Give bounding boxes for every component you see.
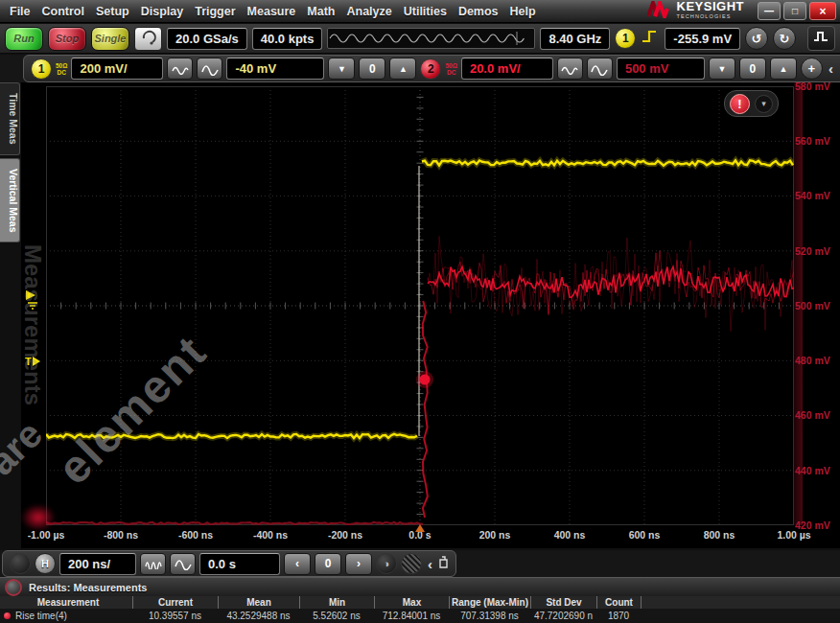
waveform-tool-button[interactable] <box>807 26 835 51</box>
time-label: 400 ns <box>554 529 586 541</box>
menu-setup[interactable]: Setup <box>90 5 135 18</box>
status-indicator-pill[interactable]: ! ▾ <box>724 90 779 117</box>
undo-button[interactable]: ↺ <box>745 27 768 50</box>
collapse-arrow-icon[interactable]: ‹ <box>827 60 835 77</box>
channel2-scale-display[interactable]: 20.0 mV/ <box>461 58 553 80</box>
channel1-coupling[interactable]: 50Ω DC <box>56 62 67 76</box>
channel1-ground-marker[interactable] <box>25 289 40 313</box>
touch-button[interactable] <box>134 27 162 51</box>
waveform-grid[interactable] <box>46 86 794 525</box>
measurement-count: 1870 <box>596 609 641 623</box>
sample-rate-display[interactable]: 20.0 GSa/s <box>167 28 247 50</box>
channel1-offset-zero-button[interactable]: 0 <box>359 58 385 80</box>
position-left-button[interactable]: ‹ <box>284 553 311 575</box>
segmented-memory-icon[interactable] <box>401 553 422 574</box>
trigger-level-display[interactable]: -255.9 mV <box>665 28 740 50</box>
menu-help[interactable]: Help <box>504 5 542 18</box>
add-channel-button[interactable]: + <box>801 58 823 80</box>
restore-button[interactable]: □ <box>783 2 806 20</box>
position-right-button[interactable]: › <box>345 553 372 575</box>
timebase-scale-display[interactable]: 200 ns/ <box>59 553 136 575</box>
redo-button[interactable]: ↻ <box>773 27 796 50</box>
position-zero-button[interactable]: 0 <box>315 553 341 575</box>
menu-file[interactable]: File <box>4 5 36 18</box>
collapse-arrow-icon[interactable]: ‹ <box>426 556 434 572</box>
menu-math[interactable]: Math <box>301 5 340 18</box>
channel2-offset-display[interactable]: 500 mV <box>617 58 705 80</box>
trigger-time-marker[interactable] <box>415 524 425 532</box>
menu-display[interactable]: Display <box>135 5 189 18</box>
close-button[interactable]: × <box>809 2 836 20</box>
zoom-out-wave-icon[interactable] <box>170 553 196 575</box>
stop-button[interactable]: Stop <box>48 27 86 51</box>
menu-trigger[interactable]: Trigger <box>189 5 241 18</box>
touch-icon <box>140 28 157 49</box>
trigger-source-badge[interactable]: 1 <box>615 28 636 49</box>
column-header: Measurement <box>0 596 132 609</box>
trigger-level-marker[interactable]: T <box>25 356 40 367</box>
acquisition-preview-strip[interactable] <box>327 28 535 49</box>
pin-icon[interactable] <box>438 555 449 572</box>
warning-icon[interactable]: ! <box>730 94 750 114</box>
time-label: -600 ns <box>178 529 213 541</box>
menu-utilities[interactable]: Utilities <box>398 5 453 18</box>
voltage-label: 440 mV <box>795 465 837 476</box>
column-header: Std Dev <box>530 596 596 609</box>
horizontal-badge[interactable]: H <box>35 553 56 574</box>
voltage-label: 580 mV <box>795 81 837 92</box>
title-bar: File Control Setup Display Trigger Measu… <box>0 0 840 23</box>
channel2-coupling[interactable]: 50Ω DC <box>445 62 456 76</box>
menu-demos[interactable]: Demos <box>453 5 504 18</box>
channel1-offset-up-button[interactable]: ▲ <box>389 58 416 80</box>
measurement-max: 712.84001 ns <box>374 609 449 623</box>
chevron-down-icon[interactable]: ▾ <box>755 95 773 113</box>
channel1-scale-fine-icon[interactable] <box>167 58 193 80</box>
channel1-offset-display[interactable]: -40 mV <box>226 58 324 80</box>
brand-subtitle: TECHNOLOGIES <box>677 12 744 21</box>
channel1-scale-coarse-icon[interactable] <box>197 58 222 80</box>
time-label: -1.00 µs <box>28 529 65 541</box>
menu-control[interactable]: Control <box>36 5 90 18</box>
annotation-icon[interactable] <box>10 553 31 574</box>
channel2-offset-down-button[interactable]: ▼ <box>709 58 735 80</box>
tab-vertical-meas[interactable]: Vertical Meas <box>0 158 20 243</box>
time-label: 600 ns <box>629 529 661 541</box>
bandwidth-display[interactable]: 8.40 GHz <box>540 28 610 50</box>
time-label: -200 ns <box>328 529 362 541</box>
menu-measure[interactable]: Measure <box>242 5 302 18</box>
voltage-label: 560 mV <box>795 135 837 147</box>
measurements-table: Measurement Current Mean Min Max Range (… <box>0 596 840 623</box>
menu-analyze[interactable]: Analyze <box>340 5 397 18</box>
minimize-button[interactable]: — <box>758 2 781 20</box>
scope-display[interactable]: 580 mV 560 mV 540 mV 520 mV 500 mV 480 m… <box>21 82 840 548</box>
trigger-arrow-icon <box>33 357 40 366</box>
voltage-label: 540 mV <box>795 190 837 201</box>
results-gear-icon[interactable] <box>5 579 22 596</box>
channel2-offset-up-button[interactable]: ▲ <box>770 58 797 80</box>
channel2-badge[interactable]: 2 <box>420 58 441 80</box>
zoom-in-wave-icon[interactable] <box>140 553 166 575</box>
channel1-offset-down-button[interactable]: ▼ <box>328 58 355 80</box>
measurement-mean: 43.2529488 ns <box>218 609 299 623</box>
table-row[interactable]: Rise time(4) 10.39557 ns 43.2529488 ns 5… <box>0 609 840 623</box>
results-header[interactable]: Results: Measurements <box>0 577 840 596</box>
column-header: Max <box>374 596 449 609</box>
measurement-min: 5.52602 ns <box>299 609 374 623</box>
channel2-scale-fine-icon[interactable] <box>557 58 583 80</box>
trigger-level-label: T <box>25 356 32 367</box>
memory-depth-display[interactable]: 40.0 kpts <box>252 28 323 50</box>
channel2-offset-zero-button[interactable]: 0 <box>739 58 766 80</box>
single-button[interactable]: Single <box>91 27 129 51</box>
run-button[interactable]: Run <box>5 27 43 51</box>
measurement-stddev: 47.7202690 n <box>530 609 596 623</box>
timebase-position-display[interactable]: 0.0 s <box>199 553 280 575</box>
channel1-mode: DC <box>58 69 66 76</box>
time-label: 1.00 µs <box>777 529 810 541</box>
channel1-impedance: 50Ω <box>56 62 67 69</box>
time-label: -800 ns <box>104 529 138 541</box>
channel2-scale-coarse-icon[interactable] <box>587 58 613 80</box>
channel1-scale-display[interactable]: 200 mV/ <box>71 58 163 80</box>
channel1-badge[interactable]: 1 <box>31 58 52 80</box>
tab-time-meas[interactable]: Time Meas <box>0 82 20 155</box>
search-mode-icon[interactable]: ◑ <box>376 553 397 574</box>
